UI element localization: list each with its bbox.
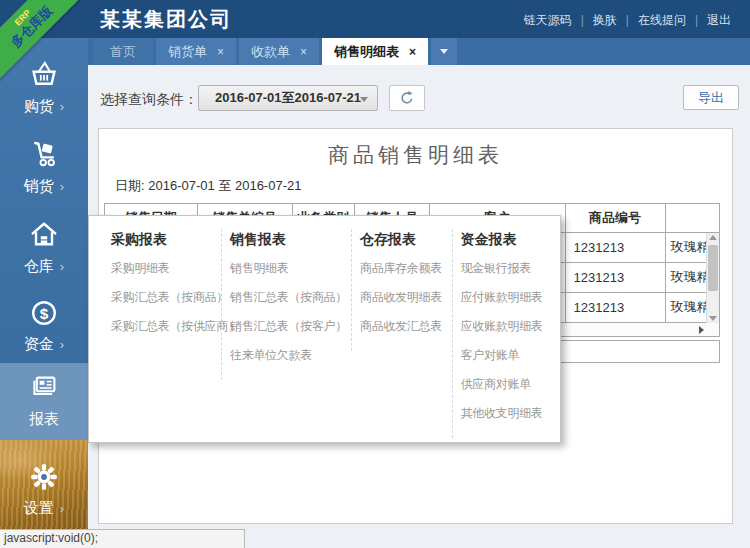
date-range-select[interactable]: 2016-07-01至2016-07-21 bbox=[198, 85, 378, 111]
report-menu-item[interactable]: 客户对账单 bbox=[461, 341, 554, 370]
tab-close-icon[interactable]: × bbox=[409, 45, 416, 59]
report-icon bbox=[0, 372, 88, 404]
report-menu-item[interactable]: 采购明细表 bbox=[111, 254, 215, 283]
table-header-cell bbox=[665, 204, 719, 232]
topbar-link-3[interactable]: 退出 bbox=[707, 13, 731, 27]
report-menu-group-title: 销售报表 bbox=[230, 229, 345, 254]
sidebar-item-label: 设置 bbox=[24, 499, 54, 516]
report-menu-group-funds-reports: 资金报表现金银行报表应付账款明细表应收账款明细表客户对账单供应商对账单其他收支明… bbox=[452, 229, 560, 438]
report-menu-group-title: 采购报表 bbox=[111, 229, 215, 254]
topbar-link-0[interactable]: 链天源码 bbox=[524, 13, 572, 27]
report-menu-item[interactable]: 商品库存余额表 bbox=[360, 254, 446, 283]
tab-receipt[interactable]: 收款单× bbox=[239, 38, 319, 65]
report-menu-item[interactable]: 供应商对账单 bbox=[461, 370, 554, 399]
tab-close-icon[interactable]: × bbox=[300, 45, 307, 59]
gear-icon bbox=[0, 461, 88, 493]
export-button[interactable]: 导出 bbox=[683, 85, 739, 110]
report-menu-item[interactable]: 商品收发明细表 bbox=[360, 283, 446, 312]
scroll-down-icon[interactable] bbox=[709, 316, 717, 321]
tab-close-icon[interactable]: × bbox=[217, 45, 224, 59]
sidebar-item-warehouse[interactable]: 仓库› bbox=[0, 210, 88, 276]
tab-label: 销货单 bbox=[168, 43, 207, 61]
app-window: 某某集团公司 链天源码|换肤|在线提问|退出 ERP 多仓库版 首页销货单×收款… bbox=[0, 0, 750, 548]
sidebar: 购货›销货›仓库›$资金›报表设置› bbox=[0, 38, 88, 548]
sidebar-item-label: 仓库 bbox=[24, 257, 54, 274]
scroll-up-icon[interactable] bbox=[709, 235, 717, 240]
tab-dropdown-button[interactable] bbox=[431, 38, 457, 65]
topbar: 某某集团公司 链天源码|换肤|在线提问|退出 bbox=[0, 0, 750, 38]
table-cell: 1231213 bbox=[565, 262, 665, 292]
app-title: 某某集团公司 bbox=[100, 6, 232, 33]
topbar-separator: | bbox=[695, 13, 698, 27]
tab-label: 首页 bbox=[110, 43, 136, 61]
status-bar: javascript:void(0); bbox=[0, 529, 245, 548]
tabbar: 首页销货单×收款单×销售明细表× bbox=[88, 38, 750, 65]
warehouse-icon bbox=[0, 219, 88, 251]
report-menu-group-purchase-reports: 采购报表采购明细表采购汇总表（按商品）采购汇总表（按供应商） bbox=[103, 229, 221, 351]
report-menu-item[interactable]: 销售明细表 bbox=[230, 254, 345, 283]
sidebar-item-funds[interactable]: $资金› bbox=[0, 288, 88, 354]
sidebar-item-label: 销货 bbox=[24, 177, 54, 194]
sidebar-item-label: 购货 bbox=[24, 97, 54, 114]
topbar-separator: | bbox=[626, 13, 629, 27]
topbar-link-2[interactable]: 在线提问 bbox=[638, 13, 686, 27]
scroll-right-icon[interactable] bbox=[699, 326, 704, 334]
tab-label: 销售明细表 bbox=[334, 43, 399, 61]
tabs: 首页销货单×收款单×销售明细表× bbox=[93, 38, 431, 65]
report-menu-group-title: 资金报表 bbox=[461, 229, 554, 254]
report-menu-item[interactable]: 往来单位欠款表 bbox=[230, 341, 345, 370]
chevron-right-icon: › bbox=[60, 501, 64, 516]
chevron-right-icon: › bbox=[60, 337, 64, 352]
sidebar-item-sales[interactable]: 销货› bbox=[0, 130, 88, 196]
status-text: javascript:void(0); bbox=[4, 531, 98, 545]
filter-label: 选择查询条件： bbox=[100, 91, 198, 109]
svg-text:$: $ bbox=[40, 305, 49, 322]
report-menu-item[interactable]: 采购汇总表（按商品） bbox=[111, 283, 215, 312]
report-menu-group-inventory-reports: 仓存报表商品库存余额表商品收发明细表商品收发汇总表 bbox=[351, 229, 452, 351]
active-menu-pointer bbox=[88, 384, 89, 404]
report-menu-item[interactable]: 销售汇总表（按客户） bbox=[230, 312, 345, 341]
tab-sales-detail[interactable]: 销售明细表× bbox=[322, 38, 428, 65]
refresh-button[interactable] bbox=[389, 85, 425, 111]
report-title: 商品销售明细表 bbox=[99, 141, 732, 169]
sidebar-item-label: 资金 bbox=[24, 335, 54, 352]
table-cell: 1231213 bbox=[565, 232, 665, 262]
tab-sales-order[interactable]: 销货单× bbox=[156, 38, 236, 65]
money-icon: $ bbox=[0, 297, 88, 329]
report-menu-item[interactable]: 现金银行报表 bbox=[461, 254, 554, 283]
report-menu-item[interactable]: 采购汇总表（按供应商） bbox=[111, 312, 215, 341]
report-menu-item[interactable]: 销售汇总表（按商品） bbox=[230, 283, 345, 312]
trolley-icon bbox=[0, 139, 88, 171]
tab-home[interactable]: 首页 bbox=[93, 38, 153, 65]
tab-label: 收款单 bbox=[251, 43, 290, 61]
report-menu-item[interactable]: 其他收支明细表 bbox=[461, 399, 554, 428]
report-menu: 采购报表采购明细表采购汇总表（按商品）采购汇总表（按供应商）销售报表销售明细表销… bbox=[88, 215, 561, 443]
chevron-right-icon: › bbox=[60, 99, 64, 114]
report-menu-item[interactable]: 应付账款明细表 bbox=[461, 283, 554, 312]
topbar-separator: | bbox=[581, 13, 584, 27]
topbar-links: 链天源码|换肤|在线提问|退出 bbox=[515, 12, 740, 29]
report-menu-item[interactable]: 商品收发汇总表 bbox=[360, 312, 446, 341]
vertical-scrollbar[interactable] bbox=[706, 233, 719, 323]
report-menu-group-title: 仓存报表 bbox=[360, 229, 446, 254]
date-range-value: 2016-07-01至2016-07-21 bbox=[215, 90, 361, 105]
topbar-link-1[interactable]: 换肤 bbox=[593, 13, 617, 27]
report-menu-item[interactable]: 应收账款明细表 bbox=[461, 312, 554, 341]
sidebar-item-label: 报表 bbox=[29, 410, 59, 427]
report-date-range: 日期: 2016-07-01 至 2016-07-21 bbox=[115, 177, 301, 195]
scrollbar-thumb[interactable] bbox=[708, 245, 718, 291]
refresh-icon bbox=[399, 90, 415, 106]
select-caret-icon bbox=[360, 97, 368, 102]
caret-down-icon bbox=[440, 49, 448, 54]
chevron-right-icon: › bbox=[60, 179, 64, 194]
report-menu-group-sales-reports: 销售报表销售明细表销售汇总表（按商品）销售汇总表（按客户）往来单位欠款表 bbox=[221, 229, 351, 380]
table-cell: 1231213 bbox=[565, 292, 665, 322]
chevron-right-icon: › bbox=[60, 259, 64, 274]
sidebar-item-reports[interactable]: 报表 bbox=[0, 363, 88, 440]
table-header-cell: 商品编号 bbox=[565, 204, 665, 232]
sidebar-item-settings[interactable]: 设置› bbox=[0, 452, 88, 518]
